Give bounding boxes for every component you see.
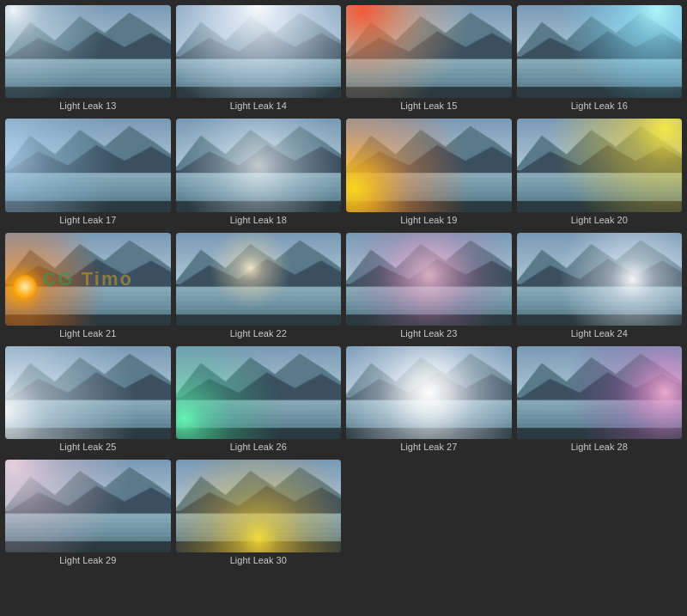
thumbnail-label: Light Leak 14 xyxy=(230,101,287,111)
list-item[interactable]: Light Leak 27 xyxy=(346,346,512,454)
list-item[interactable]: Light Leak 25 xyxy=(5,346,171,454)
thumbnail-label: Light Leak 24 xyxy=(571,328,628,338)
thumbnail-label: Light Leak 27 xyxy=(400,442,457,452)
list-item[interactable]: Light Leak 20 xyxy=(517,119,683,227)
thumbnail xyxy=(517,5,683,98)
list-item[interactable]: Light Leak 17 xyxy=(5,119,171,227)
thumbnail-label: Light Leak 16 xyxy=(571,101,628,111)
thumbnail-label: Light Leak 30 xyxy=(230,555,287,565)
list-item[interactable]: Light Leak 28 xyxy=(517,346,683,454)
list-item[interactable]: CG TimoLight Leak 21 xyxy=(5,233,171,341)
thumbnail xyxy=(346,5,512,98)
list-item[interactable]: Light Leak 30 xyxy=(176,460,342,568)
list-item[interactable]: Light Leak 19 xyxy=(346,119,512,227)
thumbnail-label: Light Leak 18 xyxy=(230,215,287,225)
thumbnail xyxy=(346,346,512,439)
list-item[interactable]: Light Leak 15 xyxy=(346,5,512,113)
thumbnail xyxy=(176,5,342,98)
thumbnail xyxy=(176,460,342,552)
thumbnail-label: Light Leak 28 xyxy=(571,442,628,452)
thumbnail xyxy=(517,233,683,326)
thumbnail-label: Light Leak 19 xyxy=(400,215,457,225)
list-item[interactable]: Light Leak 22 xyxy=(176,233,342,341)
thumbnail xyxy=(517,119,683,211)
thumbnail xyxy=(5,460,171,552)
thumbnail-label: Light Leak 23 xyxy=(400,328,457,338)
thumbnail-grid: Light Leak 13Light Leak 14Light Leak 15L… xyxy=(0,0,687,573)
thumbnail xyxy=(176,119,342,211)
thumbnail-label: Light Leak 20 xyxy=(571,215,628,225)
list-item[interactable]: Light Leak 13 xyxy=(5,5,171,113)
thumbnail xyxy=(346,119,512,211)
thumbnail xyxy=(176,233,342,326)
thumbnail xyxy=(517,346,683,439)
list-item[interactable]: Light Leak 14 xyxy=(176,5,342,113)
thumbnail-label: Light Leak 15 xyxy=(400,101,457,111)
list-item[interactable]: Light Leak 26 xyxy=(176,346,342,454)
thumbnail-label: Light Leak 26 xyxy=(230,442,287,452)
thumbnail xyxy=(176,346,342,439)
thumbnail-label: Light Leak 29 xyxy=(59,555,116,565)
thumbnail xyxy=(5,119,171,211)
thumbnail-label: Light Leak 22 xyxy=(230,328,287,338)
list-item[interactable]: Light Leak 16 xyxy=(517,5,683,113)
thumbnail-label: Light Leak 13 xyxy=(59,101,116,111)
thumbnail-label: Light Leak 21 xyxy=(59,328,116,338)
thumbnail xyxy=(346,233,512,326)
thumbnail: CG Timo xyxy=(5,233,171,326)
thumbnail-label: Light Leak 25 xyxy=(59,442,116,452)
list-item[interactable]: Light Leak 18 xyxy=(176,119,342,227)
list-item[interactable]: Light Leak 29 xyxy=(5,460,171,568)
list-item[interactable]: Light Leak 23 xyxy=(346,233,512,341)
thumbnail xyxy=(5,346,171,439)
thumbnail xyxy=(5,5,171,98)
list-item[interactable]: Light Leak 24 xyxy=(517,233,683,341)
thumbnail-label: Light Leak 17 xyxy=(59,215,116,225)
